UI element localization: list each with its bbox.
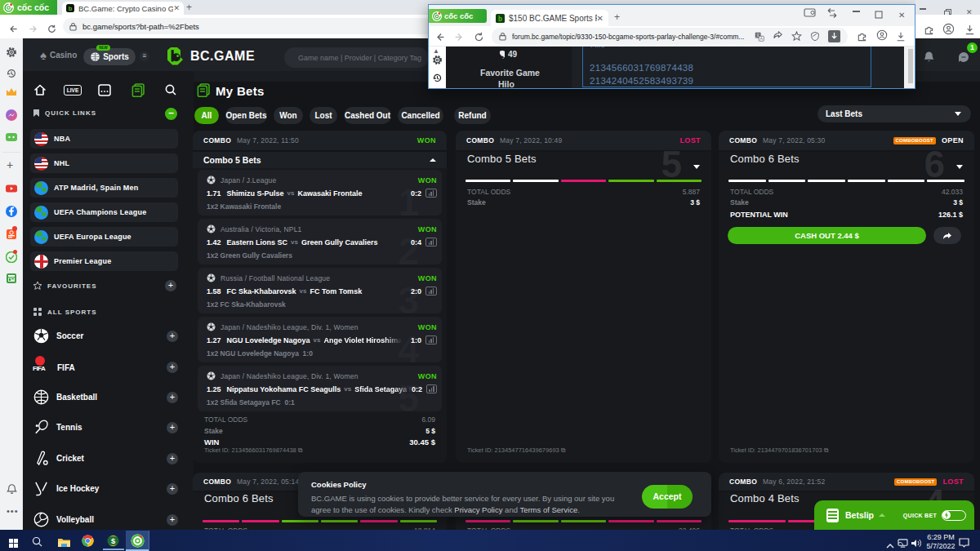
svg-text:$: $ <box>111 537 116 545</box>
svg-text:b: b <box>69 5 73 12</box>
svg-text:A: A <box>760 37 763 41</box>
svg-text:b: b <box>498 15 502 22</box>
